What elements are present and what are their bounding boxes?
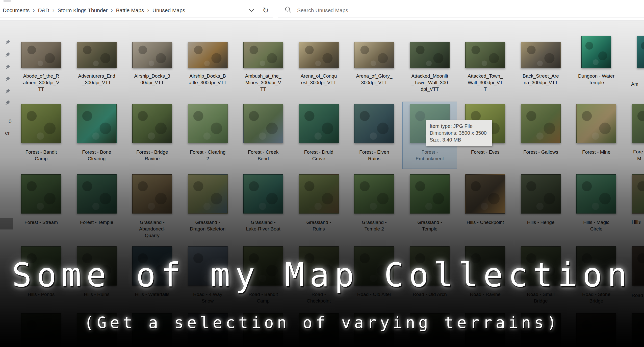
map-thumbnail: [521, 174, 561, 214]
pin-icon[interactable]: [5, 52, 11, 58]
file-item[interactable]: Attacked_Moonlit_Town_Wall_300dpi_VTT: [402, 41, 457, 68]
breadcrumb-item[interactable]: Storm Kings Thunder: [58, 7, 108, 13]
file-label: Grassland - Ruins: [300, 219, 338, 232]
map-thumbnail: [354, 104, 394, 143]
file-label: Arena_of_Glory_300dpi_VTT: [355, 73, 393, 86]
poster-title: Some of my Map Collection: [0, 256, 644, 294]
file-item[interactable]: Hills - Checkpoint: [457, 174, 513, 214]
explorer-window: Documents›D&D›Storm Kings Thunder›Battle…: [0, 0, 644, 347]
file-item[interactable]: Forest - Bandit Camp: [13, 104, 69, 143]
file-label: Fore: [633, 149, 643, 155]
file-item[interactable]: Airship_Docks_Battle_300dpi_VTT: [180, 41, 236, 68]
file-item[interactable]: Grassland - Lake-River Boat: [236, 174, 291, 214]
topbar: Documents›D&D›Storm Kings Thunder›Battle…: [0, 0, 644, 20]
map-thumbnail: [132, 104, 172, 143]
file-item[interactable]: Grassland - Abandoned-Quarry: [124, 174, 180, 214]
file-item[interactable]: Arena_of_Conquest_300dpi_VTT: [291, 41, 347, 68]
search-input[interactable]: [297, 7, 449, 14]
file-item[interactable]: Forest - Stream: [13, 174, 69, 214]
file-item[interactable]: Grassland - Ruins: [291, 174, 347, 214]
file-item[interactable]: Grassland - Temple: [402, 174, 457, 214]
pin-icon[interactable]: [5, 40, 11, 46]
file-item[interactable]: [624, 41, 644, 68]
map-thumbnail: [77, 104, 117, 143]
file-label: Grassland - Temple 2: [355, 219, 393, 232]
nav-pane-divider: [13, 20, 13, 347]
file-label: Hills - Checkpoint: [466, 219, 504, 226]
map-thumbnail: [299, 42, 339, 68]
breadcrumb-item[interactable]: Unused Maps: [152, 7, 185, 13]
file-item[interactable]: [624, 174, 644, 214]
sidebar-fragment[interactable]: 0: [9, 118, 12, 124]
pin-icon[interactable]: [5, 76, 11, 82]
breadcrumb-item[interactable]: D&D: [38, 7, 49, 13]
file-label: Attacked_Moonlit_Town_Wall_300dpi_VTT: [411, 73, 449, 92]
file-item[interactable]: Hills - Magic Circle: [569, 174, 624, 214]
sidebar-selected-strip[interactable]: [0, 218, 13, 229]
file-item[interactable]: Forest - Temple: [69, 174, 124, 214]
map-thumbnail: [21, 174, 61, 214]
file-item[interactable]: Forest - Elven Ruins: [346, 104, 402, 143]
file-grid-area: Abode_of_the_Ratmen_300dpi_VTTAdventurer…: [0, 20, 644, 347]
file-item[interactable]: Airship_Docks_300dpi_VTT: [124, 41, 180, 68]
map-thumbnail: [632, 174, 644, 214]
pin-icon[interactable]: [5, 64, 11, 71]
breadcrumb-item[interactable]: Documents: [3, 7, 30, 13]
file-item[interactable]: Grassland - Dragon Skeleton: [180, 174, 236, 214]
file-label: Grassland - Lake-River Boat: [244, 219, 282, 232]
file-label: Forest - Elven Ruins: [355, 149, 393, 162]
pin-icon[interactable]: [5, 100, 11, 106]
file-item[interactable]: Forest - Mine: [569, 104, 624, 143]
file-label: Forest - Bandit Camp: [22, 149, 60, 162]
file-item[interactable]: Forest - Gallows: [513, 104, 569, 143]
file-item[interactable]: Abode_of_the_Ratmen_300dpi_VTT: [13, 41, 69, 68]
refresh-button[interactable]: ↻: [258, 3, 273, 17]
file-item[interactable]: Arena_of_Glory_300dpi_VTT: [346, 41, 402, 68]
chevron-down-icon[interactable]: [248, 9, 254, 12]
map-thumbnail: [132, 42, 172, 68]
map-thumbnail: [465, 174, 505, 214]
map-thumbnail: [465, 42, 505, 68]
file-label: Forest - Bridge Ravine: [133, 149, 171, 162]
search-box[interactable]: [278, 3, 644, 17]
map-thumbnail: [521, 42, 561, 68]
sidebar-fragment[interactable]: er: [5, 130, 10, 136]
file-label: Am: [631, 81, 638, 87]
file-label: Hills - Magic Circle: [577, 219, 615, 232]
file-item[interactable]: Grassland - Temple 2: [346, 174, 402, 214]
pin-icon[interactable]: [5, 89, 11, 95]
file-item[interactable]: Forest - Druid Grove: [291, 104, 347, 143]
map-thumbnail: [132, 174, 172, 214]
address-bar[interactable]: Documents›D&D›Storm Kings Thunder›Battle…: [0, 3, 273, 17]
file-label: Attacked_Town_Wall_300dpi_VTT: [466, 73, 504, 92]
file-item[interactable]: Adventurers_End_300dpi_VTT: [69, 41, 124, 68]
file-item[interactable]: Dungeon - Water Temple: [569, 41, 624, 68]
map-thumbnail: [243, 104, 283, 143]
file-item[interactable]: Back_Street_Arena_300dpi_VTT: [513, 41, 569, 68]
tooltip-line: Dimensions: 3500 x 3500: [430, 130, 488, 136]
map-thumbnail: [410, 174, 450, 214]
poster-subtitle: (Get a selection of varying terrains): [0, 313, 644, 332]
map-thumbnail: [299, 174, 339, 214]
file-label: Abode_of_the_Ratmen_300dpi_VTT: [22, 73, 60, 92]
file-label: Back_Street_Arena_300dpi_VTT: [522, 73, 560, 86]
file-item[interactable]: Hills - Henge: [513, 174, 569, 214]
tooltip: Item type: JPG FileDimensions: 3500 x 35…: [426, 120, 492, 146]
breadcrumb: Documents›D&D›Storm Kings Thunder›Battle…: [0, 7, 185, 13]
breadcrumb-separator: ›: [111, 8, 113, 13]
search-icon: [285, 6, 292, 15]
breadcrumb-item[interactable]: Battle Maps: [116, 7, 144, 13]
file-item[interactable]: [624, 104, 644, 143]
file-item[interactable]: Forest - Bridge Ravine: [124, 104, 180, 143]
file-item[interactable]: Ambush_at_the_Mines_300dpi_VTT: [236, 41, 291, 68]
file-item[interactable]: Forest - Bone Clearing: [69, 104, 124, 143]
tooltip-line: Size: 3.40 MB: [430, 136, 488, 143]
breadcrumb-separator: ›: [147, 8, 149, 13]
file-item[interactable]: Attacked_Town_Wall_300dpi_VTT: [457, 41, 513, 68]
map-thumbnail: [21, 42, 61, 68]
file-label: Forest - Temple: [78, 219, 116, 226]
file-item[interactable]: Forest - Clearing 2: [180, 104, 236, 143]
map-thumbnail: [521, 104, 561, 143]
file-item[interactable]: Forest - Creek Bend: [236, 104, 291, 143]
file-label: Grassland - Abandoned-Quarry: [133, 219, 171, 239]
